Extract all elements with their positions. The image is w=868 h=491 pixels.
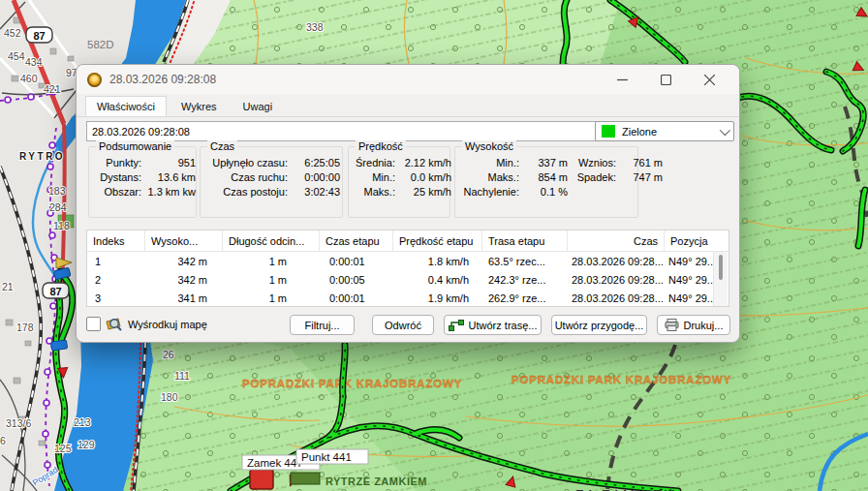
- group-speed: Prędkość Średnia:2.12 km/h Min.:0.0 km/h…: [348, 146, 450, 218]
- value: 761 m: [620, 157, 663, 169]
- close-button[interactable]: [688, 67, 731, 92]
- svg-text:POPRADZKI PARK KRAJOBRAZOWY: POPRADZKI PARK KRAJOBRAZOWY: [242, 378, 462, 389]
- group-elevation: Wysokość Min.:337 m Wznios:761 m Maks.:8…: [454, 146, 638, 218]
- svg-text:118: 118: [53, 220, 70, 231]
- road-number-label: 582D: [87, 39, 114, 50]
- cell: 1: [87, 256, 145, 267]
- cell: 1 m: [223, 274, 320, 286]
- town-name-label: RYTRO: [19, 151, 65, 162]
- label: Nachylenie:: [459, 186, 519, 198]
- color-swatch: [602, 125, 615, 138]
- col-header[interactable]: Długość odcin...: [223, 230, 320, 251]
- svg-text:26: 26: [163, 349, 174, 360]
- col-header[interactable]: Pozycja: [665, 230, 716, 251]
- cell: 0:00:01: [320, 292, 393, 304]
- label: Upłynęło czasu:: [206, 157, 288, 169]
- svg-text:338: 338: [306, 21, 324, 33]
- reverse-button[interactable]: Odwróć: [372, 315, 434, 335]
- label: Czas ruchu:: [206, 171, 288, 183]
- cell: 1.9 km/h: [393, 292, 482, 304]
- table-row[interactable]: 3 341 m 1 m 0:00:01 1.9 km/h 262.9° rze.…: [87, 289, 728, 307]
- minimize-icon: [617, 75, 628, 85]
- castle-poi-icon: [250, 470, 273, 489]
- col-header[interactable]: Trasa etapu: [482, 230, 568, 251]
- track-points-table[interactable]: Indeks Wysoko... Długość odcin... Czas e…: [86, 230, 729, 307]
- cell: 342 m: [145, 256, 223, 267]
- scrollbar-thumb[interactable]: [719, 255, 723, 280]
- svg-text:313/6: 313/6: [6, 417, 31, 429]
- maximize-icon: [661, 75, 671, 85]
- table-scrollbar[interactable]: [713, 252, 728, 306]
- svg-text:460: 460: [20, 73, 38, 84]
- label: Punkty:: [95, 157, 141, 169]
- table-header-row[interactable]: Indeks Wysoko... Długość odcin... Czas e…: [87, 230, 728, 252]
- col-header[interactable]: Indeks: [87, 230, 145, 251]
- cell: 28.03.2026 09:28...: [568, 274, 665, 286]
- print-button[interactable]: Drukuj...: [657, 315, 730, 335]
- cell: 341 m: [145, 292, 223, 304]
- svg-text:284: 284: [49, 201, 67, 213]
- svg-text:111: 111: [174, 370, 190, 382]
- value: 2.12 km/h: [401, 157, 451, 169]
- value: 13.6 km: [147, 171, 196, 183]
- cell: 1 m: [223, 256, 320, 267]
- table-row[interactable]: 1 342 m 1 m 0:00:01 1.8 km/h 63.5° rzec.…: [87, 252, 728, 270]
- value: 0.1 %: [523, 186, 568, 198]
- cell: 1 m: [223, 292, 320, 304]
- button-label: Utwórz trasę...: [469, 320, 538, 331]
- label: Min.:: [355, 171, 395, 183]
- cell: N49° 29...: [665, 292, 716, 304]
- col-header[interactable]: Czas etapu: [320, 230, 393, 251]
- cell: N49° 29...: [665, 256, 716, 267]
- tab-uwagi[interactable]: Uwagi: [232, 96, 285, 116]
- track-name-input[interactable]: [86, 121, 601, 141]
- filter-button[interactable]: Filtruj...: [290, 315, 355, 335]
- value: 25 km/h: [401, 186, 451, 198]
- tab-wlasciwosci[interactable]: Właściwości: [85, 96, 167, 116]
- create-route-button[interactable]: Utwórz trasę...: [444, 315, 542, 335]
- cell: N49° 29...: [665, 274, 716, 286]
- dialog-titlebar[interactable]: 28.03.2026 09:28:08: [77, 65, 739, 94]
- center-map-checkbox[interactable]: [86, 317, 101, 331]
- value: 854 m: [523, 171, 568, 183]
- col-header[interactable]: Czas: [568, 230, 665, 251]
- group-summary-title: Podsumowanie: [96, 140, 174, 152]
- cell: 3: [87, 292, 145, 304]
- blue-banner-icon-2: [51, 340, 68, 351]
- minimize-button[interactable]: [601, 67, 644, 92]
- svg-text:Punkt 441: Punkt 441: [301, 451, 352, 463]
- svg-text:21: 21: [2, 281, 14, 292]
- button-label: Drukuj...: [684, 320, 724, 331]
- cell: 28.03.2026 09:28...: [568, 292, 665, 304]
- maximize-button[interactable]: [644, 67, 688, 92]
- svg-text:129: 129: [78, 439, 95, 450]
- green-area-poi-icon: [291, 473, 320, 484]
- col-header[interactable]: Prędkość etapu: [393, 230, 482, 251]
- value: 0:00:00: [294, 171, 340, 183]
- poi-label-punkt: Punkt 441: [296, 449, 368, 464]
- label: Maks.:: [459, 171, 519, 183]
- svg-text:183: 183: [48, 185, 66, 197]
- table-row[interactable]: 2 342 m 1 m 0:00:05 0.4 km/h 242.3° rze.…: [87, 270, 728, 289]
- track-color-select[interactable]: Zielone: [595, 121, 734, 141]
- create-adventure-button[interactable]: Utwórz przygodę...: [551, 315, 647, 335]
- button-label: Utwórz przygodę...: [555, 320, 644, 331]
- svg-text:125: 125: [54, 443, 72, 454]
- label: Obszar:: [95, 186, 141, 198]
- chevron-down-icon: [720, 124, 730, 135]
- cell: 0.4 km/h: [393, 274, 482, 286]
- tab-wykres[interactable]: Wykres: [170, 96, 229, 116]
- cell: 242.3° rze...: [482, 274, 568, 286]
- button-label: Odwróć: [385, 320, 421, 331]
- area-name-label: ZA ZAMKIEM: [575, 487, 677, 491]
- cell: 342 m: [145, 274, 223, 286]
- value: 0.0 km/h: [401, 171, 451, 183]
- printer-icon: [665, 319, 679, 331]
- properties-panel: Zielone Podsumowanie Punkty:951 Dystans:…: [77, 117, 739, 342]
- label: Spadek:: [572, 171, 616, 183]
- svg-text:178: 178: [16, 322, 34, 333]
- svg-text:Zamek 447: Zamek 447: [247, 457, 303, 469]
- close-icon: [704, 75, 715, 85]
- svg-text:87: 87: [33, 30, 45, 42]
- col-header[interactable]: Wysoko...: [145, 230, 223, 251]
